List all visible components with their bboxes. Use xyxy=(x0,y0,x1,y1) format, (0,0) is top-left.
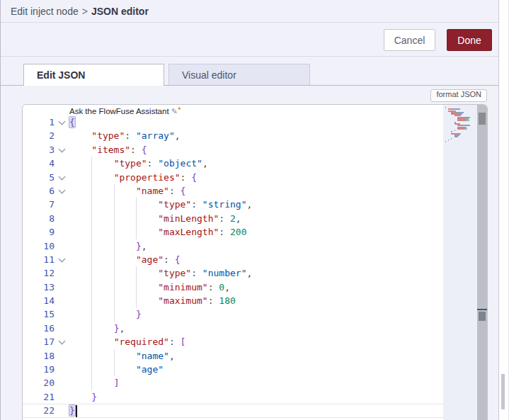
code-line[interactable]: 18 "name", xyxy=(23,349,443,363)
code-line[interactable]: 11 "age": { xyxy=(23,253,443,266)
code-line[interactable]: 3 "items": { xyxy=(23,143,443,157)
code-line[interactable]: 6 "name": { xyxy=(23,184,443,198)
breadcrumb-separator: > xyxy=(82,6,88,17)
code-line[interactable]: 7 "type": "string", xyxy=(23,198,443,211)
dialog-header: Edit inject node>JSON editor xyxy=(1,0,498,23)
code-line[interactable]: 1{ xyxy=(23,115,443,129)
fold-chevron-icon[interactable] xyxy=(55,184,69,198)
scrollbar-thumb-lower[interactable] xyxy=(479,312,486,321)
code-line[interactable]: 21 } xyxy=(23,390,443,404)
code-editor[interactable]: Ask the FlowFuse Assistant ✎✦ 1{2 "type"… xyxy=(22,104,488,420)
code-line[interactable]: 2 "type": "array", xyxy=(23,129,443,142)
line-number: 4 xyxy=(23,157,55,170)
tab-bar: Edit JSON Visual editor xyxy=(1,57,498,86)
line-number: 1 xyxy=(23,115,55,129)
code-line[interactable]: 19 "age" xyxy=(23,363,443,376)
line-number: 2 xyxy=(23,129,55,142)
assistant-hint[interactable]: Ask the FlowFuse Assistant ✎✦ xyxy=(69,106,182,116)
line-number: 18 xyxy=(23,349,55,363)
line-number: 13 xyxy=(23,280,55,294)
editor-panel: format JSON Ask the FlowFuse Assistant ✎… xyxy=(1,86,498,420)
scrollbar-thumb[interactable] xyxy=(479,113,486,125)
format-json-button[interactable]: format JSON xyxy=(430,89,487,102)
tab-edit-json[interactable]: Edit JSON xyxy=(23,64,164,86)
breadcrumb: Edit inject node>JSON editor xyxy=(11,6,149,17)
code-line[interactable]: 12 "type": "number", xyxy=(23,266,443,280)
code-line[interactable]: 5 "properties": { xyxy=(23,171,443,184)
line-number: 16 xyxy=(23,322,55,335)
line-number: 14 xyxy=(23,294,55,307)
fold-chevron-icon[interactable] xyxy=(55,115,69,129)
overview-ruler-cursor-mark xyxy=(477,309,487,310)
line-number: 5 xyxy=(23,171,55,184)
dialog-actions: Cancel Done xyxy=(1,23,498,57)
fold-chevron-icon[interactable] xyxy=(55,143,69,157)
line-number: 20 xyxy=(23,376,55,390)
code-line[interactable]: 8 "minLength": 2, xyxy=(23,212,443,225)
screen: Edit inject node>JSON editor Cancel Done… xyxy=(0,0,509,420)
code-line[interactable]: 22} xyxy=(23,404,443,417)
line-number: 9 xyxy=(23,225,55,239)
line-number: 7 xyxy=(23,198,55,211)
code-line[interactable]: 17 "required": [ xyxy=(23,335,443,348)
editor-scrollbar[interactable] xyxy=(477,105,487,420)
line-number: 17 xyxy=(23,335,55,348)
line-number: 22 xyxy=(23,404,55,417)
json-editor-dialog: Edit inject node>JSON editor Cancel Done… xyxy=(0,0,499,420)
page-right-strip xyxy=(499,0,509,420)
text-cursor xyxy=(76,405,77,417)
fold-chevron-icon[interactable] xyxy=(55,171,69,184)
code-line[interactable]: 9 "maxLength": 200 xyxy=(23,225,443,239)
done-button[interactable]: Done xyxy=(447,29,492,51)
code-line[interactable]: 4 "type": "object", xyxy=(23,157,443,170)
code-line[interactable]: 10 }, xyxy=(23,239,443,253)
line-number: 6 xyxy=(23,184,55,198)
line-number: 10 xyxy=(23,239,55,253)
code-area[interactable]: Ask the FlowFuse Assistant ✎✦ 1{2 "type"… xyxy=(23,105,443,420)
page-title: JSON editor xyxy=(91,6,149,17)
line-number: 15 xyxy=(23,307,55,321)
code-line[interactable]: 13 "minimum": 0, xyxy=(23,280,443,294)
code-line[interactable]: 15 } xyxy=(23,307,443,321)
line-number: 21 xyxy=(23,390,55,404)
line-number: 12 xyxy=(23,266,55,280)
page-scrollbar-thumb[interactable] xyxy=(501,374,505,409)
breadcrumb-parent[interactable]: Edit inject node xyxy=(11,6,79,17)
fold-chevron-icon[interactable] xyxy=(55,335,69,348)
line-number: 19 xyxy=(23,363,55,376)
code-line[interactable]: 20 ] xyxy=(23,376,443,390)
code-line[interactable]: 16 }, xyxy=(23,322,443,335)
tab-visual-editor[interactable]: Visual editor xyxy=(168,64,310,85)
line-number: 8 xyxy=(23,212,55,225)
minimap[interactable] xyxy=(443,105,477,420)
line-number: 11 xyxy=(23,253,55,266)
code-lines[interactable]: 1{2 "type": "array",3 "items": {4 "type"… xyxy=(23,115,443,418)
cancel-button[interactable]: Cancel xyxy=(384,29,435,51)
fold-chevron-icon[interactable] xyxy=(55,253,69,266)
line-number: 3 xyxy=(23,143,55,157)
code-line[interactable]: 14 "maximum": 180 xyxy=(23,294,443,307)
